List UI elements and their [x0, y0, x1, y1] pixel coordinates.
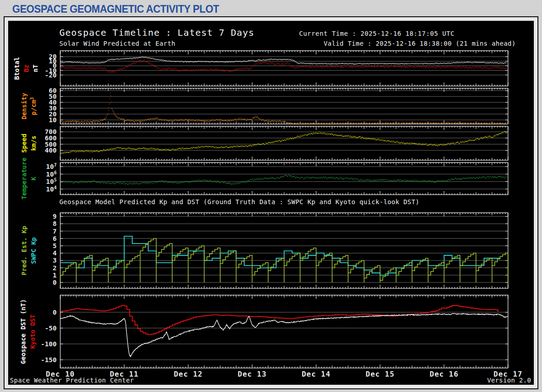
svg-text:0: 0	[53, 279, 57, 286]
svg-text:-50: -50	[45, 325, 57, 332]
svg-text:SWPC Kp: SWPC Kp	[30, 237, 37, 264]
svg-text:p/cm3: p/cm3	[29, 97, 37, 115]
svg-text:104: 104	[46, 185, 57, 193]
svg-text:10: 10	[49, 116, 57, 124]
svg-text:-20: -20	[45, 72, 57, 79]
svg-text:-100: -100	[41, 340, 57, 348]
svg-text:nT: nT	[32, 65, 39, 72]
svg-text:5: 5	[53, 242, 57, 249]
svg-text:8: 8	[53, 220, 57, 227]
svg-text:Dec 15: Dec 15	[366, 370, 395, 378]
svg-text:Geospace DST (nT): Geospace DST (nT)	[19, 299, 27, 364]
svg-text:0: 0	[53, 309, 57, 316]
solar-wind-subtitle: Solar Wind Predicted at Earth	[59, 40, 175, 47]
svg-text:3: 3	[53, 257, 57, 264]
svg-text:Pred. Est. Kp: Pred. Est. Kp	[20, 226, 28, 276]
kp-dst-section-title: Geospace Model Predicted Kp and DST (Gro…	[59, 198, 420, 206]
svg-text:105: 105	[46, 177, 57, 185]
svg-text:Dec 14: Dec 14	[302, 370, 331, 378]
svg-text:-150: -150	[41, 356, 57, 363]
page-header: GEOSPACE GEOMAGNETIC ACTIVITY PLOT	[12, 3, 235, 15]
svg-text:Density: Density	[20, 92, 28, 120]
svg-text:7: 7	[53, 228, 57, 235]
current-time-label: Current Time : 2025-12-16 18:17:05 UTC	[299, 30, 455, 37]
plot-background: 20100-10-20BtotalBznT605040302010Density…	[8, 21, 534, 385]
svg-text:Btotal: Btotal	[13, 57, 20, 80]
svg-text:Bz: Bz	[23, 65, 30, 72]
svg-text:4: 4	[53, 249, 57, 257]
svg-text:106: 106	[46, 170, 57, 178]
svg-text:Dec 16: Dec 16	[430, 370, 459, 378]
svg-text:1: 1	[53, 272, 57, 279]
svg-text:Kyoto DST: Kyoto DST	[29, 315, 36, 349]
svg-text:107: 107	[46, 163, 57, 170]
plot-title: Geospace Timeline : Latest 7 Days	[59, 27, 254, 38]
svg-text:2: 2	[53, 264, 57, 272]
svg-text:K: K	[30, 177, 37, 181]
svg-text:km/s: km/s	[30, 136, 37, 151]
page-title: GEOSPACE GEOMAGNETIC ACTIVITY PLOT	[12, 3, 219, 15]
svg-text:Dec 12: Dec 12	[174, 370, 203, 378]
plot-frame: 20100-10-20BtotalBznT605040302010Density…	[4, 16, 538, 389]
footer-version: Version 2.0	[487, 377, 531, 384]
svg-text:9: 9	[53, 213, 57, 220]
valid-time-label: Valid Time : 2025-12-16 18:38:00 (21 min…	[324, 40, 516, 47]
footer-source: Space Weather Prediction Center	[10, 377, 134, 384]
svg-text:400: 400	[45, 147, 57, 154]
svg-text:Speed: Speed	[20, 134, 28, 153]
svg-text:6: 6	[53, 235, 57, 242]
svg-text:Dec 13: Dec 13	[238, 370, 267, 378]
svg-text:Temperature: Temperature	[20, 158, 28, 200]
